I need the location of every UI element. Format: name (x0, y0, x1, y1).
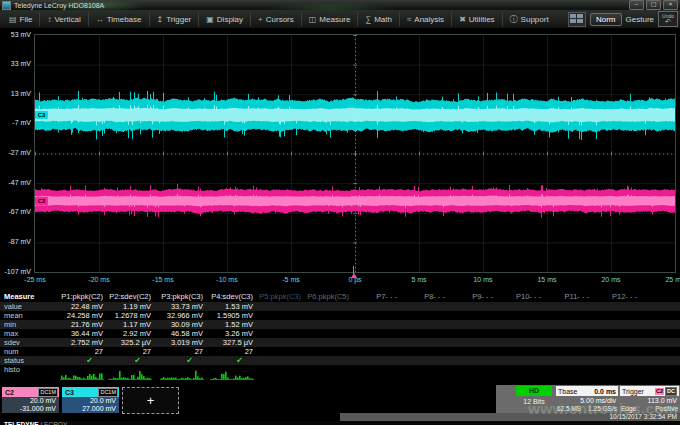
menu-item-display[interactable]: ▣Display (198, 12, 250, 26)
measure-cell-num-P2: 27 (107, 347, 155, 356)
measure-column-header-8[interactable]: P8- - - (401, 291, 449, 302)
menu-item-file[interactable]: ▤File (2, 12, 39, 26)
x-axis-label-10: 25 ms (665, 276, 680, 283)
measure-cell-mean-P9 (449, 311, 497, 320)
measure-cell-num-P10 (497, 347, 545, 356)
trigger-icon: ↥ (157, 15, 164, 24)
menu-item-cursors[interactable]: +Cursors (250, 12, 301, 26)
menu-item-support[interactable]: ⓘSupport (502, 12, 556, 26)
measure-column-header-5[interactable]: P5:pkpk(C3) (257, 291, 305, 302)
channel-marker-C3[interactable]: C3 (35, 111, 48, 119)
measure-row-label-sdev: sdev (0, 338, 55, 347)
waveform-grid[interactable] (34, 34, 676, 273)
menu-item-label: File (20, 15, 33, 24)
maximize-icon[interactable]: ▢ (646, 0, 661, 10)
scope-canvas[interactable] (35, 35, 675, 272)
measure-cell-mean-P7 (353, 311, 401, 320)
title-bar: Teledyne LeCroy HDO8108A – ▢ × (0, 0, 680, 10)
menu-item-label: Display (217, 15, 243, 24)
timebase-scale: 5.00 ms/div (556, 397, 616, 404)
hd-mode-button[interactable]: HD (516, 386, 552, 396)
menu-item-timebase[interactable]: ↔Timebase (88, 12, 149, 26)
x-axis-label-3: -10 ms (216, 276, 237, 283)
measure-column-header-2[interactable]: P2:sdev(C2) (107, 291, 155, 302)
trigger-button[interactable]: Trigger C2 DC (620, 386, 679, 396)
measure-row-label-num: num (0, 347, 55, 356)
measure-cell-min-P2: 1.17 mV (107, 320, 155, 329)
minimize-icon[interactable]: – (629, 0, 644, 10)
menu-item-utilities[interactable]: ✖Utilities (451, 12, 501, 26)
measure-column-header-1[interactable]: P1:pkpk(C2) (55, 291, 107, 302)
menu-right-cluster: Norm Gesture Undo ↶ (568, 11, 680, 27)
measure-cell-value-P6 (305, 302, 353, 311)
measure-column-header-9[interactable]: P9- - - (449, 291, 497, 302)
close-icon[interactable]: × (663, 0, 678, 10)
descriptor-header-C2: C2DC1M (2, 387, 59, 397)
measure-cell-num-P8 (401, 347, 449, 356)
measure-cell-max-P8 (401, 329, 449, 338)
menu-item-trigger[interactable]: ↥Trigger (149, 12, 199, 26)
measure-column-header-12[interactable]: P12- - - (593, 291, 641, 302)
undo-button[interactable]: Undo ↶ (658, 11, 678, 27)
offset-value: -31.000 mV (5, 405, 56, 413)
descriptor-body-C2: 20.0 mV-31.000 mV (2, 397, 59, 413)
measure-status-P9 (449, 356, 497, 365)
measure-cell-min-P11 (545, 320, 593, 329)
timebase-button[interactable]: Tbase 0.0 ms (556, 386, 618, 396)
menu-item-measure[interactable]: ◫Measure (301, 12, 358, 26)
measure-cell-value-P5 (257, 302, 305, 311)
measure-column-header-6[interactable]: P6:pkpk(C5) (305, 291, 353, 302)
menu-item-label: Math (374, 15, 392, 24)
channel-label: C2 (5, 389, 38, 396)
menu-item-label: Support (521, 15, 549, 24)
menu-item-label: Measure (319, 15, 350, 24)
measure-row-filler (641, 311, 680, 320)
measure-cell-value-P9 (449, 302, 497, 311)
hd-bits-label: 12 Bits (508, 398, 560, 405)
measure-histicon-P2 (107, 365, 155, 381)
measure-column-header-4[interactable]: P4:sdev(C3) (207, 291, 257, 302)
channel-descriptors: C2DC1M20.0 mV-31.000 mVC3DC1M20.0 mV27.0… (2, 387, 179, 414)
measure-cell-min-P4: 1.52 mV (207, 320, 257, 329)
measure-status-P6 (305, 356, 353, 365)
measure-column-header-10[interactable]: P10- - - (497, 291, 545, 302)
menu-item-math[interactable]: ∑Math (357, 12, 399, 26)
menu-item-analysis[interactable]: ≈Analysis (399, 12, 451, 26)
y-axis-label-3: -7 mV (0, 119, 31, 126)
norm-button[interactable]: Norm (590, 13, 622, 26)
histicon-canvas-P2 (108, 367, 152, 380)
x-axis-label-7: 10 ms (473, 276, 492, 283)
measure-cell-value-P7 (353, 302, 401, 311)
trigger-time-marker[interactable] (351, 273, 357, 278)
measure-status-P7 (353, 356, 401, 365)
y-axis-label-2: 13 mV (0, 90, 31, 97)
menu-item-label: Timebase (107, 15, 142, 24)
measure-cell-mean-P6 (305, 311, 353, 320)
measure-cell-sdev-P11 (545, 338, 593, 347)
measure-header-filler (641, 291, 680, 302)
offset-value: 27.000 mV (65, 405, 116, 413)
measure-status-P1: ✔ (55, 356, 107, 365)
y-axis-label-7: -87 mV (0, 238, 31, 245)
channel-marker-C2[interactable]: C2 (35, 197, 48, 205)
menu-item-vertical[interactable]: ↕Vertical (39, 12, 87, 26)
measure-row-label-min: min (0, 320, 55, 329)
measure-column-header-3[interactable]: P3:pkpk(C3) (155, 291, 207, 302)
descriptor-C2[interactable]: C2DC1M20.0 mV-31.000 mV (2, 387, 59, 414)
add-channel-button[interactable]: + (122, 387, 179, 414)
x-axis-label-6: 5 ms (411, 276, 426, 283)
measure-cell-num-P9 (449, 347, 497, 356)
grid-layout-icon[interactable] (568, 12, 586, 27)
y-axis-label-8: -107 mV (0, 268, 31, 275)
measure-cell-sdev-P12 (593, 338, 641, 347)
measure-cell-value-P12 (593, 302, 641, 311)
channel-label: C3 (65, 389, 98, 396)
measure-cell-mean-P2: 1.2678 mV (107, 311, 155, 320)
descriptor-C3[interactable]: C3DC1M20.0 mV27.000 mV (62, 387, 119, 414)
gesture-button[interactable]: Gesture (626, 15, 654, 24)
measure-column-header-11[interactable]: P11- - - (545, 291, 593, 302)
measure-cell-num-P12 (593, 347, 641, 356)
analysis-icon: ≈ (407, 15, 411, 24)
measure-column-header-7[interactable]: P7- - - (353, 291, 401, 302)
undo-arrow-icon: ↶ (665, 19, 671, 25)
